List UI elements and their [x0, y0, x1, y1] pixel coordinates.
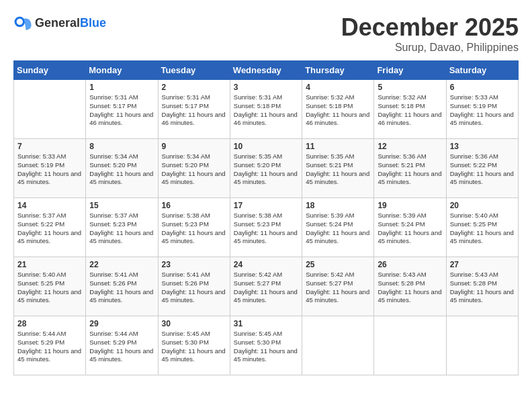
- calendar-cell: 13Sunrise: 5:36 AMSunset: 5:22 PMDayligh…: [446, 139, 518, 198]
- day-number: 28: [17, 319, 82, 328]
- day-info: Sunrise: 5:43 AMSunset: 5:28 PMDaylight:…: [450, 271, 515, 305]
- calendar-cell: 31Sunrise: 5:45 AMSunset: 5:30 PMDayligh…: [230, 316, 302, 375]
- day-info: Sunrise: 5:39 AMSunset: 5:24 PMDaylight:…: [306, 212, 370, 246]
- day-info: Sunrise: 5:34 AMSunset: 5:20 PMDaylight:…: [89, 152, 154, 187]
- logo-icon: [13, 13, 32, 32]
- day-number: 13: [450, 142, 515, 151]
- day-number: 5: [378, 83, 442, 92]
- day-number: 1: [89, 83, 154, 92]
- calendar-cell: 29Sunrise: 5:44 AMSunset: 5:29 PMDayligh…: [86, 316, 158, 375]
- day-info: Sunrise: 5:44 AMSunset: 5:29 PMDaylight:…: [89, 330, 154, 364]
- calendar-cell: 21Sunrise: 5:40 AMSunset: 5:25 PMDayligh…: [14, 257, 86, 316]
- day-info: Sunrise: 5:36 AMSunset: 5:22 PMDaylight:…: [450, 152, 515, 187]
- calendar-cell: 18Sunrise: 5:39 AMSunset: 5:24 PMDayligh…: [302, 198, 374, 257]
- week-row-1: 1Sunrise: 5:31 AMSunset: 5:17 PMDaylight…: [14, 80, 519, 139]
- calendar-cell: 27Sunrise: 5:43 AMSunset: 5:28 PMDayligh…: [446, 257, 518, 316]
- header-friday: Friday: [374, 61, 446, 80]
- day-info: Sunrise: 5:37 AMSunset: 5:22 PMDaylight:…: [17, 212, 82, 246]
- calendar-cell: 3Sunrise: 5:31 AMSunset: 5:18 PMDaylight…: [230, 80, 302, 139]
- day-info: Sunrise: 5:32 AMSunset: 5:18 PMDaylight:…: [306, 93, 370, 128]
- calendar-cell: 19Sunrise: 5:39 AMSunset: 5:24 PMDayligh…: [374, 198, 446, 257]
- header-thursday: Thursday: [302, 61, 374, 80]
- calendar-cell: 11Sunrise: 5:35 AMSunset: 5:21 PMDayligh…: [302, 139, 374, 198]
- calendar-cell: 20Sunrise: 5:40 AMSunset: 5:25 PMDayligh…: [446, 198, 518, 257]
- calendar-cell: 1Sunrise: 5:31 AMSunset: 5:17 PMDaylight…: [86, 80, 158, 139]
- day-number: 30: [162, 319, 226, 328]
- day-number: 6: [450, 83, 515, 92]
- calendar-cell: 23Sunrise: 5:41 AMSunset: 5:26 PMDayligh…: [158, 257, 230, 316]
- calendar-cell: 22Sunrise: 5:41 AMSunset: 5:26 PMDayligh…: [86, 257, 158, 316]
- calendar-cell: 9Sunrise: 5:34 AMSunset: 5:20 PMDaylight…: [158, 139, 230, 198]
- day-number: 14: [17, 201, 82, 210]
- calendar-cell: 30Sunrise: 5:45 AMSunset: 5:30 PMDayligh…: [158, 316, 230, 375]
- day-number: 22: [89, 260, 154, 269]
- week-row-3: 14Sunrise: 5:37 AMSunset: 5:22 PMDayligh…: [14, 198, 519, 257]
- day-info: Sunrise: 5:39 AMSunset: 5:24 PMDaylight:…: [378, 212, 442, 246]
- day-number: 7: [17, 142, 82, 151]
- week-row-4: 21Sunrise: 5:40 AMSunset: 5:25 PMDayligh…: [14, 257, 519, 316]
- calendar-cell: [302, 316, 374, 375]
- day-info: Sunrise: 5:36 AMSunset: 5:21 PMDaylight:…: [378, 152, 442, 187]
- day-number: 23: [162, 260, 226, 269]
- header-row: SundayMondayTuesdayWednesdayThursdayFrid…: [14, 61, 519, 80]
- day-number: 10: [234, 142, 298, 151]
- day-info: Sunrise: 5:40 AMSunset: 5:25 PMDaylight:…: [17, 271, 82, 305]
- month-title: December 2025: [341, 13, 519, 42]
- day-number: 8: [89, 142, 154, 151]
- calendar-cell: [14, 80, 86, 139]
- day-number: 20: [450, 201, 515, 210]
- day-info: Sunrise: 5:33 AMSunset: 5:19 PMDaylight:…: [450, 93, 515, 128]
- day-info: Sunrise: 5:34 AMSunset: 5:20 PMDaylight:…: [162, 152, 226, 187]
- day-number: 31: [234, 319, 298, 328]
- calendar-cell: 7Sunrise: 5:33 AMSunset: 5:19 PMDaylight…: [14, 139, 86, 198]
- day-number: 15: [89, 201, 154, 210]
- day-number: 4: [306, 83, 370, 92]
- calendar-cell: 6Sunrise: 5:33 AMSunset: 5:19 PMDaylight…: [446, 80, 518, 139]
- calendar-cell: 4Sunrise: 5:32 AMSunset: 5:18 PMDaylight…: [302, 80, 374, 139]
- day-info: Sunrise: 5:45 AMSunset: 5:30 PMDaylight:…: [234, 330, 298, 364]
- day-info: Sunrise: 5:42 AMSunset: 5:27 PMDaylight:…: [234, 271, 298, 305]
- header-monday: Monday: [86, 61, 158, 80]
- calendar-cell: 2Sunrise: 5:31 AMSunset: 5:17 PMDaylight…: [158, 80, 230, 139]
- day-info: Sunrise: 5:41 AMSunset: 5:26 PMDaylight:…: [162, 271, 226, 305]
- day-info: Sunrise: 5:45 AMSunset: 5:30 PMDaylight:…: [162, 330, 226, 364]
- header-saturday: Saturday: [446, 61, 518, 80]
- day-number: 11: [306, 142, 370, 151]
- calendar-cell: 25Sunrise: 5:42 AMSunset: 5:27 PMDayligh…: [302, 257, 374, 316]
- day-info: Sunrise: 5:38 AMSunset: 5:23 PMDaylight:…: [234, 212, 298, 246]
- calendar-cell: 12Sunrise: 5:36 AMSunset: 5:21 PMDayligh…: [374, 139, 446, 198]
- day-number: 17: [234, 201, 298, 210]
- day-number: 27: [450, 260, 515, 269]
- day-info: Sunrise: 5:40 AMSunset: 5:25 PMDaylight:…: [450, 212, 515, 246]
- day-number: 12: [378, 142, 442, 151]
- calendar-cell: 17Sunrise: 5:38 AMSunset: 5:23 PMDayligh…: [230, 198, 302, 257]
- calendar-cell: 8Sunrise: 5:34 AMSunset: 5:20 PMDaylight…: [86, 139, 158, 198]
- day-info: Sunrise: 5:33 AMSunset: 5:19 PMDaylight:…: [17, 152, 82, 187]
- day-number: 18: [306, 201, 370, 210]
- title-area: December 2025 Surup, Davao, Philippines: [341, 13, 519, 54]
- day-info: Sunrise: 5:41 AMSunset: 5:26 PMDaylight:…: [89, 271, 154, 305]
- location-title: Surup, Davao, Philippines: [341, 42, 519, 54]
- calendar-cell: 16Sunrise: 5:38 AMSunset: 5:23 PMDayligh…: [158, 198, 230, 257]
- logo-blue: Blue: [80, 16, 106, 30]
- calendar-cell: 28Sunrise: 5:44 AMSunset: 5:29 PMDayligh…: [14, 316, 86, 375]
- calendar-cell: [446, 316, 518, 375]
- calendar-cell: 24Sunrise: 5:42 AMSunset: 5:27 PMDayligh…: [230, 257, 302, 316]
- day-number: 16: [162, 201, 226, 210]
- logo: General Blue: [13, 13, 106, 32]
- day-number: 25: [306, 260, 370, 269]
- logo-general: General: [35, 16, 80, 30]
- day-number: 24: [234, 260, 298, 269]
- day-info: Sunrise: 5:44 AMSunset: 5:29 PMDaylight:…: [17, 330, 82, 364]
- calendar-cell: 15Sunrise: 5:37 AMSunset: 5:23 PMDayligh…: [86, 198, 158, 257]
- day-info: Sunrise: 5:42 AMSunset: 5:27 PMDaylight:…: [306, 271, 370, 305]
- calendar-cell: 26Sunrise: 5:43 AMSunset: 5:28 PMDayligh…: [374, 257, 446, 316]
- week-row-5: 28Sunrise: 5:44 AMSunset: 5:29 PMDayligh…: [14, 316, 519, 375]
- day-number: 29: [89, 319, 154, 328]
- day-number: 21: [17, 260, 82, 269]
- calendar-cell: 14Sunrise: 5:37 AMSunset: 5:22 PMDayligh…: [14, 198, 86, 257]
- day-number: 26: [378, 260, 442, 269]
- day-info: Sunrise: 5:31 AMSunset: 5:17 PMDaylight:…: [89, 93, 154, 128]
- day-info: Sunrise: 5:37 AMSunset: 5:23 PMDaylight:…: [89, 212, 154, 246]
- day-number: 3: [234, 83, 298, 92]
